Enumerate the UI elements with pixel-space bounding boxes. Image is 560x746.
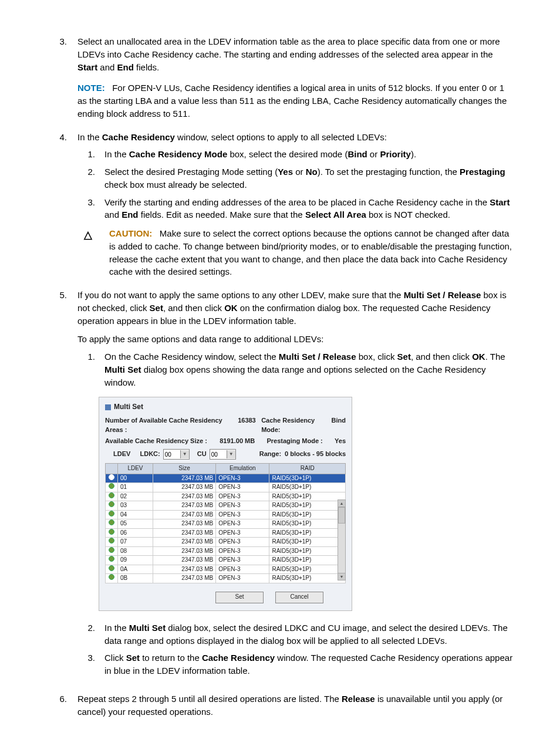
caution-block: △ CAUTION: Make sure to select the corre…	[77, 227, 514, 278]
scroll-up-icon[interactable]: ▲	[338, 500, 345, 507]
scroll-down-icon[interactable]: ▼	[338, 573, 345, 580]
procedure-list: 3. Select an unallocated area in the LDE…	[46, 35, 514, 718]
table-row[interactable]: 082347.03 MBOPEN-3RAID5(3D+1P)	[106, 546, 346, 556]
scrollbar[interactable]: ▲ ▼	[338, 499, 346, 580]
dialog-title: Multi Set	[105, 402, 346, 412]
status-dot-icon	[109, 474, 114, 480]
status-dot-icon	[109, 511, 114, 517]
table-row[interactable]: 072347.03 MBOPEN-3RAID5(3D+1P)	[106, 538, 346, 547]
step-text: Select an unallocated area in the LDEV i…	[77, 35, 514, 120]
caution-label: CAUTION:	[109, 228, 152, 238]
table-row[interactable]: 0B2347.03 MBOPEN-3RAID5(3D+1P)	[106, 574, 346, 583]
table-row[interactable]: 032347.03 MBOPEN-3RAID5(3D+1P)	[106, 501, 346, 511]
status-dot-icon	[109, 574, 114, 580]
step-text: In the Cache Residency window, select op…	[77, 131, 514, 279]
status-dot-icon	[109, 556, 114, 562]
table-row[interactable]: 052347.03 MBOPEN-3RAID5(3D+1P)	[106, 519, 346, 529]
set-button[interactable]: Set	[215, 592, 264, 603]
step-number: 3.	[46, 35, 77, 120]
table-row[interactable]: 062347.03 MBOPEN-3RAID5(3D+1P)	[106, 528, 346, 538]
status-dot-icon	[109, 483, 114, 489]
caution-icon: △	[77, 227, 109, 278]
status-dot-icon	[109, 519, 114, 525]
note-label: NOTE:	[77, 83, 105, 93]
chevron-down-icon[interactable]: ▼	[180, 450, 189, 458]
step-number: 4.	[46, 131, 77, 279]
table-row[interactable]: 092347.03 MBOPEN-3RAID5(3D+1P)	[106, 556, 346, 565]
ldev-table[interactable]: LDEV Size Emulation RAID 002347.03 MBOPE…	[105, 463, 346, 583]
ldkc-select[interactable]: ▼	[163, 449, 190, 460]
chevron-down-icon[interactable]: ▼	[227, 450, 235, 458]
status-dot-icon	[109, 492, 114, 498]
multi-set-dialog: Multi Set Number of Available Cache Resi…	[99, 397, 352, 611]
step-text: Repeat steps 2 through 5 until all desir…	[77, 693, 514, 718]
step-number: 5.	[46, 289, 77, 682]
status-dot-icon	[109, 529, 114, 535]
note-text: For OPEN-V LUs, Cache Residency identifi…	[77, 83, 507, 119]
table-row[interactable]: 012347.03 MBOPEN-3RAID5(3D+1P)	[106, 483, 346, 492]
table-row[interactable]: 002347.03 MBOPEN-3RAID5(3D+1P)	[106, 474, 346, 483]
table-row[interactable]: 042347.03 MBOPEN-3RAID5(3D+1P)	[106, 510, 346, 519]
table-row[interactable]: 0A2347.03 MBOPEN-3RAID5(3D+1P)	[106, 565, 346, 574]
note-block: NOTE: For OPEN-V LUs, Cache Residency id…	[77, 82, 514, 120]
step-text: If you do not want to apply the same opt…	[77, 289, 514, 682]
status-dot-icon	[109, 565, 114, 571]
table-row[interactable]: 022347.03 MBOPEN-3RAID5(3D+1P)	[106, 492, 346, 501]
scroll-thumb[interactable]	[338, 507, 345, 524]
cu-select[interactable]: ▼	[210, 449, 236, 460]
status-dot-icon	[109, 538, 114, 544]
caution-text: Make sure to select the correct options …	[109, 228, 512, 276]
title-square-icon	[105, 404, 111, 410]
status-dot-icon	[109, 501, 114, 507]
step-number: 6.	[46, 693, 77, 718]
cancel-button[interactable]: Cancel	[275, 592, 323, 603]
status-dot-icon	[109, 547, 114, 553]
